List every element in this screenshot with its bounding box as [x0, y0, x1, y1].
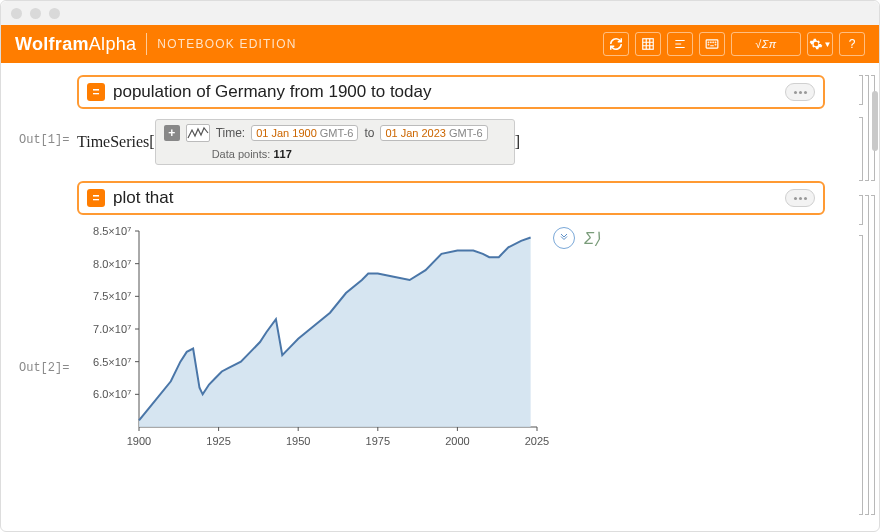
grid-icon[interactable] [635, 32, 661, 56]
chart-svg: 6.0×10⁷6.5×10⁷7.0×10⁷7.5×10⁷8.0×10⁷8.5×1… [77, 223, 547, 453]
svg-text:1950: 1950 [286, 435, 310, 447]
brand-bold: Wolfram [15, 34, 89, 54]
data-points-line: Data points: 117 [164, 148, 506, 160]
math-palette-button[interactable]: √Σπ [731, 32, 801, 56]
start-tz: GMT-6 [320, 127, 354, 139]
svg-point-3 [711, 42, 712, 43]
population-chart: 6.0×10⁷6.5×10⁷7.0×10⁷7.5×10⁷8.0×10⁷8.5×1… [77, 223, 547, 453]
svg-text:8.0×10⁷: 8.0×10⁷ [93, 258, 131, 270]
to-label: to [364, 126, 374, 140]
svg-point-4 [713, 42, 714, 43]
out2-label: Out[2]= [19, 361, 69, 375]
time-label: Time: [216, 126, 246, 140]
start-date: 01 Jan 1900 [256, 127, 317, 139]
data-points-label: Data points: [212, 148, 271, 160]
input-2-text[interactable]: plot that [113, 188, 777, 208]
svg-text:6.0×10⁷: 6.0×10⁷ [93, 388, 131, 400]
end-tz: GMT-6 [449, 127, 483, 139]
settings-icon[interactable]: ▼ [807, 32, 833, 56]
expand-icon[interactable]: + [164, 125, 180, 141]
svg-point-2 [708, 42, 709, 43]
scrollbar-thumb[interactable] [872, 91, 878, 151]
svg-point-6 [708, 44, 709, 45]
keyboard-icon[interactable] [699, 32, 725, 56]
ts-prefix: TimeSeries[ [77, 133, 155, 151]
input-1-text[interactable]: population of Germany from 1900 to today [113, 82, 777, 102]
svg-point-5 [715, 42, 716, 43]
wolfram-equals-icon: = [87, 83, 105, 101]
input-cell-1[interactable]: = population of Germany from 1900 to tod… [77, 75, 825, 109]
sigma-icon[interactable]: Σ⟩ [581, 227, 603, 249]
svg-text:1975: 1975 [366, 435, 390, 447]
timeseries-output: TimeSeries[ + Time: 01 Jan 1900 GMT-6 to… [77, 119, 869, 165]
sparkline-icon [186, 124, 210, 142]
svg-text:2000: 2000 [445, 435, 469, 447]
cell-menu-1[interactable] [785, 83, 815, 101]
traffic-light-min[interactable] [30, 8, 41, 19]
input-cell-2[interactable]: = plot that [77, 181, 825, 215]
brand-divider [146, 33, 147, 55]
format-icon[interactable] [667, 32, 693, 56]
timeseries-box[interactable]: + Time: 01 Jan 1900 GMT-6 to 01 Jan 2023… [155, 119, 515, 165]
notebook-content: Out[1]= Out[2]= = population of Germany … [1, 63, 879, 532]
start-date-box[interactable]: 01 Jan 1900 GMT-6 [251, 125, 358, 141]
svg-text:8.5×10⁷: 8.5×10⁷ [93, 225, 131, 237]
traffic-light-max[interactable] [49, 8, 60, 19]
cell-menu-2[interactable] [785, 189, 815, 207]
out1-label: Out[1]= [19, 133, 69, 147]
svg-rect-0 [643, 39, 654, 50]
expand-output-icon[interactable] [553, 227, 575, 249]
help-icon[interactable]: ? [839, 32, 865, 56]
brand-light: Alpha [89, 34, 137, 54]
edition-label: NOTEBOOK EDITION [157, 37, 296, 51]
window-titlebar [1, 1, 879, 25]
end-date: 01 Jan 2023 [385, 127, 446, 139]
svg-text:1925: 1925 [206, 435, 230, 447]
wolfram-equals-icon: = [87, 189, 105, 207]
svg-text:6.5×10⁷: 6.5×10⁷ [93, 356, 131, 368]
header-toolbar: √Σπ ▼ ? [603, 32, 865, 56]
svg-point-7 [715, 44, 716, 45]
ts-suffix: ] [515, 133, 520, 151]
brand: WolframAlpha [15, 34, 136, 55]
svg-text:2025: 2025 [525, 435, 549, 447]
traffic-light-close[interactable] [11, 8, 22, 19]
data-points-value: 117 [273, 148, 291, 160]
svg-text:7.5×10⁷: 7.5×10⁷ [93, 290, 131, 302]
svg-text:1900: 1900 [127, 435, 151, 447]
refresh-icon[interactable] [603, 32, 629, 56]
app-header: WolframAlpha NOTEBOOK EDITION √Σπ ▼ ? [1, 25, 879, 63]
end-date-box[interactable]: 01 Jan 2023 GMT-6 [380, 125, 487, 141]
svg-text:7.0×10⁷: 7.0×10⁷ [93, 323, 131, 335]
